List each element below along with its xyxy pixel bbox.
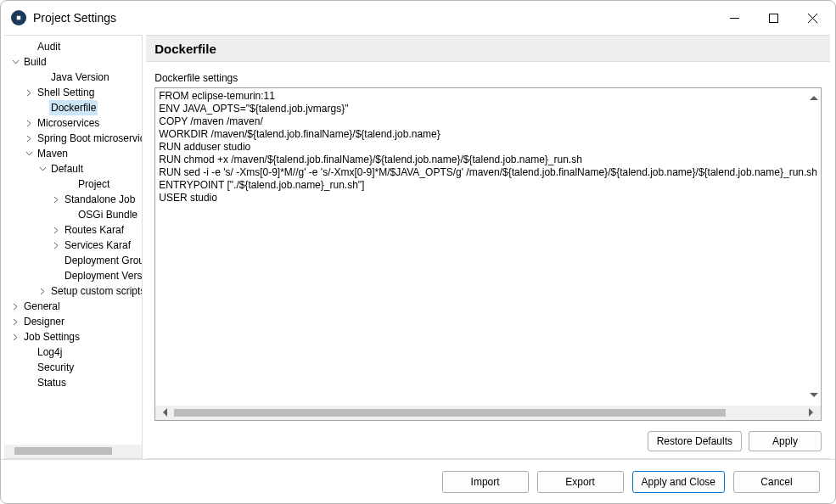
tree-item[interactable]: OSGi Bundle <box>4 207 142 222</box>
chevron-right-icon[interactable] <box>9 331 21 343</box>
tree-item-label: Maven <box>36 146 70 161</box>
tree-item[interactable]: General <box>4 299 142 314</box>
chevron-down-icon[interactable] <box>36 163 48 175</box>
tree-item-label: Deployment GroupId <box>63 253 142 268</box>
tree-item[interactable]: Dockerfile <box>4 100 142 115</box>
settings-label: Dockerfile settings <box>146 62 830 87</box>
chevron-right-icon[interactable] <box>50 193 62 205</box>
tree-item-label: Java Version <box>49 70 111 85</box>
tree-item[interactable]: Spring Boot microservices (Deprecated) <box>4 131 142 146</box>
dockerfile-editor-container: FROM eclipse-temurin:11 ENV JAVA_OPTS="$… <box>154 87 822 421</box>
expander-spacer <box>23 346 35 358</box>
tree-item-label: Designer <box>22 314 66 329</box>
chevron-right-icon[interactable] <box>50 239 62 251</box>
sidebar-scrollbar[interactable] <box>4 445 142 458</box>
apply-button[interactable]: Apply <box>749 431 822 451</box>
tree-item[interactable]: Standalone Job <box>4 192 142 207</box>
tree-item[interactable]: Maven <box>4 146 142 161</box>
tree-item-label: Project <box>76 176 111 192</box>
expander-spacer <box>36 71 48 83</box>
import-button[interactable]: Import <box>442 471 529 493</box>
tree-item[interactable]: Default <box>4 161 142 176</box>
chevron-right-icon[interactable] <box>9 300 21 312</box>
cancel-button[interactable]: Cancel <box>733 471 820 493</box>
chevron-right-icon[interactable] <box>23 132 35 144</box>
tree-item-label: Build <box>22 54 48 70</box>
tree-item-label: Log4j <box>36 344 64 360</box>
maximize-button[interactable] <box>754 4 793 31</box>
tree-item-label: Setup custom scripts by folder <box>49 283 142 299</box>
export-button[interactable]: Export <box>537 471 624 493</box>
editor-vscroll[interactable] <box>805 88 821 405</box>
dockerfile-editor[interactable]: FROM eclipse-temurin:11 ENV JAVA_OPTS="$… <box>155 88 821 406</box>
tree-item[interactable]: Build <box>4 54 142 70</box>
editor-hscroll[interactable] <box>155 406 821 420</box>
tree-item[interactable]: Designer <box>4 314 142 329</box>
app-icon <box>11 10 26 25</box>
tree-item[interactable]: Job Settings <box>4 329 142 344</box>
tree-item[interactable]: Shell Setting <box>4 85 142 100</box>
tree-item[interactable]: Log4j <box>4 344 142 360</box>
tree-item-label: Security <box>36 360 76 375</box>
titlebar: Project Settings <box>1 1 835 35</box>
chevron-right-icon[interactable] <box>50 224 62 236</box>
minimize-button[interactable] <box>715 4 754 31</box>
chevron-right-icon[interactable] <box>9 316 21 328</box>
tree-item[interactable]: Deployment GroupId <box>4 253 142 268</box>
tree-item[interactable]: Routes Karaf <box>4 222 142 238</box>
chevron-right-icon[interactable] <box>23 117 35 129</box>
tree-item[interactable]: Deployment Versioning <box>4 268 142 283</box>
tree-item-label: Spring Boot microservices (Deprecated) <box>36 131 142 146</box>
tree-item-label: Audit <box>36 39 62 54</box>
expander-spacer <box>64 209 76 221</box>
tree-item[interactable]: Audit <box>4 39 142 54</box>
expander-spacer <box>23 41 35 53</box>
content-header: Dockerfile <box>146 36 830 62</box>
tree-item-label: Microservices <box>36 115 101 131</box>
tree-item-label: Default <box>49 161 85 176</box>
expander-spacer <box>50 270 62 282</box>
expander-spacer <box>23 361 35 373</box>
expander-spacer <box>23 377 35 389</box>
chevron-down-icon[interactable] <box>23 148 35 160</box>
svg-rect-1 <box>17 16 21 20</box>
tree-item-label: Status <box>36 375 68 390</box>
tree-item-label: OSGi Bundle <box>76 207 139 222</box>
tree-item-label: Deployment Versioning <box>63 268 142 283</box>
chevron-down-icon[interactable] <box>9 56 21 68</box>
apply-and-close-button[interactable]: Apply and Close <box>632 471 725 493</box>
tree-item[interactable]: Microservices <box>4 115 142 131</box>
tree-item-label: Dockerfile <box>49 100 98 115</box>
expander-spacer <box>50 255 62 266</box>
tree-item[interactable]: Security <box>4 360 142 375</box>
chevron-right-icon[interactable] <box>36 285 48 297</box>
tree-item[interactable]: Java Version <box>4 70 142 85</box>
window-title: Project Settings <box>33 11 715 25</box>
close-button[interactable] <box>793 4 832 31</box>
tree-item-label: Standalone Job <box>63 192 137 207</box>
tree-item-label: Job Settings <box>22 329 81 344</box>
tree-item[interactable]: Setup custom scripts by folder <box>4 283 142 299</box>
expander-spacer <box>64 178 76 190</box>
tree-item[interactable]: Status <box>4 375 142 390</box>
dialog-button-bar: Import Export Apply and Close Cancel <box>1 459 835 503</box>
tree-item[interactable]: Services Karaf <box>4 238 142 253</box>
restore-defaults-button[interactable]: Restore Defaults <box>648 431 742 451</box>
tree-item-label: General <box>22 299 62 314</box>
tree-item-label: Services Karaf <box>63 238 132 253</box>
tree-item-label: Shell Setting <box>36 85 96 100</box>
expander-spacer <box>36 102 48 114</box>
settings-tree: AuditBuildJava VersionShell SettingDocke… <box>4 35 143 459</box>
tree-item-label: Routes Karaf <box>63 222 126 238</box>
tree-item[interactable]: Project <box>4 176 142 192</box>
chevron-right-icon[interactable] <box>23 87 35 98</box>
svg-rect-3 <box>769 14 777 22</box>
